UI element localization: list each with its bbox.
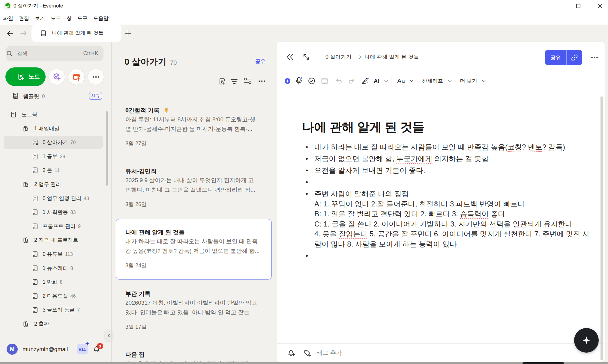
sidebar-item-0-유튜브[interactable]: 0 유튜브113: [4, 247, 103, 261]
card-date: 3월 27일: [125, 140, 260, 147]
note-bullet: [302, 177, 595, 187]
add-tag-placeholder[interactable]: 태그 추가: [316, 349, 342, 357]
ai-edit-icon[interactable]: [360, 73, 371, 89]
note-count: 11: [55, 168, 60, 173]
forward-button[interactable]: [17, 25, 29, 42]
menu-노트[interactable]: 노트: [51, 15, 61, 22]
pin-icon: [164, 108, 169, 113]
sidebar-item-3-글쓰기-동굴[interactable]: 3 글쓰기 동굴7: [4, 303, 103, 316]
collapse-note-icon[interactable]: [286, 53, 294, 61]
share-button[interactable]: 공유: [545, 50, 567, 65]
ai-menu-label[interactable]: AI: [372, 73, 381, 89]
chevron-down-icon[interactable]: [446, 73, 454, 89]
maximize-button[interactable]: [571, 0, 585, 12]
text-style-label[interactable]: Aa: [396, 73, 406, 89]
editor-more-button[interactable]: [589, 50, 601, 65]
sidebar-scrollbar[interactable]: [106, 111, 108, 186]
notebook-icon: [32, 251, 38, 258]
misspelled-text: 코칭: [508, 143, 522, 151]
sidebar-item-1-만화[interactable]: 1 만화8: [4, 275, 103, 289]
account-row[interactable]: M munzymin@gmail v11 3: [0, 342, 111, 360]
sidebar-item-1-사회활동[interactable]: 1 사회활동83: [4, 206, 103, 219]
note-card[interactable]: 0간헐적 기록 아침 루틴: 11시부터 8시까지 취침 8:00 듀오링고-햇…: [125, 106, 260, 147]
new-task-button[interactable]: [49, 69, 65, 85]
editor-panel: 0 살아가기 나에 관해 알게 된 것들 공유 AIAa산세리프더 보기 나에 …: [277, 42, 605, 362]
more-create-button[interactable]: [88, 69, 104, 85]
redo-icon[interactable]: [347, 73, 356, 89]
menu-창[interactable]: 창: [67, 15, 72, 22]
font-family-label[interactable]: 산세리프: [420, 73, 445, 89]
note-icon: [40, 30, 47, 37]
menu-보기[interactable]: 보기: [35, 15, 45, 22]
menu-도구[interactable]: 도구: [77, 15, 88, 22]
back-button[interactable]: [4, 25, 16, 42]
new-event-button[interactable]: [68, 69, 85, 85]
sidebar-item-0-살아가기[interactable]: 0 살아가기70: [4, 136, 103, 149]
tab-note[interactable]: 나에 관해 알게 된 것들: [31, 25, 121, 42]
tag-icon[interactable]: [303, 348, 312, 357]
note-add-icon: [16, 72, 25, 81]
tree-label: 1 공부29: [43, 150, 65, 163]
sidebar-item-2-업무-관리[interactable]: 2 업무 관리: [4, 178, 103, 191]
editor-content[interactable]: 나에 관해 알게 된 것들 내가 하라는 대로 잘 따라오는 사람들이 보일 때…: [277, 89, 601, 343]
sidebar-item-노트북[interactable]: 노트북: [4, 108, 103, 121]
sidebar-item-1-공부[interactable]: 1 공부29: [4, 150, 103, 163]
tree-label: 1 매일매일: [34, 122, 60, 135]
tree-label: 프롬프트 관리9: [43, 220, 81, 233]
sidebar-item-2-출판[interactable]: 2 출판: [4, 317, 103, 330]
sidebar-item-templates[interactable]: 템플릿 0 신규: [0, 89, 111, 104]
ai-assistant-button[interactable]: [574, 328, 599, 353]
note-body[interactable]: 내가 하라는 대로 잘 따라오는 사람들이 보일 때 만족감 높음(코칭? 멘토…: [302, 142, 595, 262]
card-preview: 아침 루틴: 11시부터 8시까지 취침 8:00 듀오링고-햇볕 받기-물세수…: [125, 115, 260, 134]
menu-파일[interactable]: 파일: [3, 15, 13, 22]
sidebar-item-2-지금-내-프로젝트[interactable]: 2 지금 내 프로젝트: [4, 233, 103, 247]
new-tab-button[interactable]: [122, 25, 134, 42]
editor-scrollbar[interactable]: [601, 96, 603, 360]
share-split-button[interactable]: 공유: [545, 50, 582, 65]
card-title: 다음 집: [125, 350, 260, 359]
version-badge[interactable]: v11: [77, 344, 88, 354]
avatar[interactable]: M: [7, 344, 18, 355]
minimize-button[interactable]: [550, 0, 564, 12]
stack-icon: [23, 321, 29, 327]
sidebar-item-프롬프트-관리[interactable]: 프롬프트 관리9: [4, 220, 103, 233]
note-card[interactable]: 다음 집방 2개, 화장실 2개, 거실, 부엌, 베란다(미닫)25평: [125, 350, 260, 364]
sidebar-item-2-돈[interactable]: 2 돈11: [4, 164, 103, 177]
chevron-down-icon[interactable]: [480, 73, 488, 89]
note-title[interactable]: 나에 관해 알게 된 것들: [302, 119, 424, 135]
note-bullet: 주변 사람이 말해준 나의 장점 A: 1. 꾸밈이 없다 2.잘 들어준다, …: [302, 189, 595, 249]
close-button[interactable]: [593, 0, 607, 12]
insert-task-icon[interactable]: [307, 73, 316, 89]
note-cards: 0간헐적 기록 아침 루틴: 11시부터 8시까지 취침 8:00 듀오링고-햇…: [112, 42, 277, 362]
undo-icon[interactable]: [334, 73, 344, 89]
notifications-button[interactable]: 3: [92, 345, 103, 355]
note-card[interactable]: 부란 기록20260317 아침: 아빌리파이 아빌리파이 반알만 먹고 있다.…: [125, 289, 260, 331]
chevron-down-icon[interactable]: [408, 73, 415, 89]
sidebar-item-1-매일매일[interactable]: 1 매일매일: [4, 122, 103, 135]
more-options-label[interactable]: 더 보기: [458, 73, 479, 89]
menu-편집[interactable]: 편집: [19, 15, 29, 22]
insert-plus-icon[interactable]: [283, 73, 292, 89]
note-bullet: [302, 251, 595, 261]
expand-note-icon[interactable]: [303, 53, 310, 61]
new-note-button[interactable]: 노트: [5, 67, 46, 86]
dictation-icon[interactable]: [294, 73, 304, 89]
sidebar-item-0-업무-일정-관리[interactable]: 0 업무 일정 관리43: [4, 192, 103, 205]
search-input[interactable]: 검색 Ctrl+K: [6, 46, 103, 61]
search-placeholder: 검색: [17, 50, 28, 57]
reminder-icon[interactable]: [287, 348, 296, 357]
insert-calendar-icon[interactable]: [320, 73, 329, 89]
note-card[interactable]: 유서-김민희2025 9 9 살아가는 내내 삶이 무엇인지 진지하게 고민했다…: [125, 167, 260, 208]
menu-도움말[interactable]: 도움말: [93, 15, 109, 22]
topbar-divider: [317, 53, 317, 62]
notebook-icon: [32, 293, 38, 300]
sidebar-item-1-뉴스레터[interactable]: 1 뉴스레터8: [4, 262, 103, 275]
sidebar-item-2-다용도실[interactable]: 2 다용도실46: [4, 289, 103, 303]
note-count: 7: [77, 307, 80, 312]
breadcrumb-notebook[interactable]: 0 살아가기: [325, 53, 352, 61]
copy-link-button[interactable]: [567, 50, 582, 65]
chevron-down-icon[interactable]: [382, 73, 390, 89]
misspelled-text: 멘토: [528, 143, 542, 151]
note-card-selected[interactable]: 나에 관해 알게 된 것들내가 하라는 대로 잘 따라오는 사람들이 보일 때 …: [125, 228, 260, 269]
notebook-icon: [32, 209, 38, 216]
